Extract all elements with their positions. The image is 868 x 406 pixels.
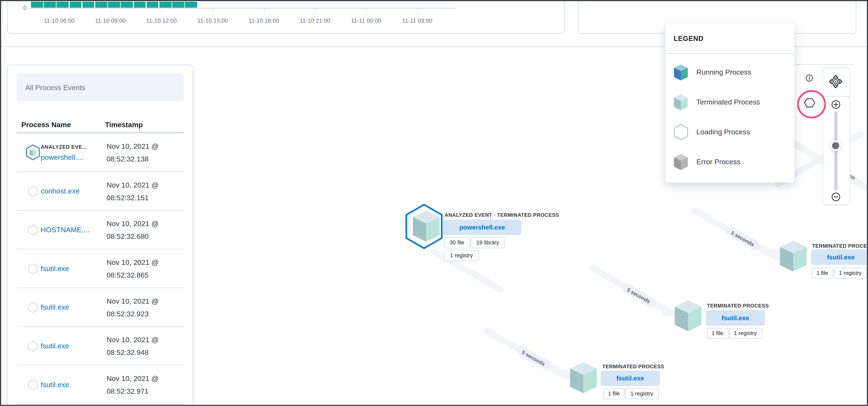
node-kind-label: ANALYZED EVENT · TERMINATED PROCESS [444, 212, 559, 218]
hexagon-outline-icon [28, 263, 37, 276]
column-process-name: Process Name [22, 121, 71, 129]
node-process-pill[interactable]: fsutil.exe [601, 370, 660, 386]
column-timestamp: Timestamp [105, 121, 143, 129]
table-row[interactable]: fsutil.exe Nov 10, 2021 @ 08:52:32.865 [16, 249, 184, 288]
hexagon-outline-icon [28, 186, 37, 199]
process-analyzer-page: on 5 seconds 5 seconds 5 seconds ANALYZE… [0, 0, 868, 406]
process-link[interactable]: conhost.exe [41, 187, 104, 195]
node-process-pill[interactable]: powershell.exe [443, 219, 522, 235]
legend-item-label: Terminated Process [696, 98, 760, 106]
loading-process-hexagon-icon [674, 124, 688, 140]
timestamp-cell: Nov 10, 2021 @ 08:52:32.680 [107, 211, 172, 249]
hexagon-outline-icon [28, 379, 37, 393]
pan-right-icon [840, 79, 842, 84]
process-link[interactable]: fsutil.exe [41, 380, 104, 388]
node-badge[interactable]: 1 file [707, 328, 728, 339]
legend-title: LEGEND [674, 35, 704, 43]
analyzed-event-hexagon-icon [26, 144, 40, 163]
node-badge[interactable]: 1 registry [729, 328, 762, 339]
node-badge[interactable]: 19 library [470, 237, 505, 248]
controls-divider [795, 64, 854, 64]
zoom-out-icon[interactable] [831, 193, 840, 201]
legend-item-error: Error Process [674, 154, 740, 170]
pan-up-icon [833, 75, 838, 78]
node-badge[interactable]: 30 file [444, 237, 470, 248]
process-table: ANALYZED EVE... powershell.... Nov 10, 2… [16, 133, 184, 404]
table-row[interactable]: HOSTNAME.... Nov 10, 2021 @ 08:52:32.680 [16, 211, 184, 249]
node-process-pill[interactable]: fsutil.exe [706, 310, 765, 326]
process-link[interactable]: HOSTNAME.... [41, 226, 104, 234]
edge-duration-label: 5 seconds [724, 225, 762, 252]
process-edge-elbow [767, 249, 780, 255]
pan-left-icon [829, 79, 832, 84]
terminated-process-cube-icon [674, 94, 688, 110]
legend-item-label: Running Process [696, 68, 751, 76]
node-badge[interactable]: 1 file [812, 267, 833, 278]
hexagon-outline-icon [28, 302, 37, 315]
terminated-process-cube-icon[interactable] [569, 362, 598, 396]
edge-duration-label: 5 seconds [620, 282, 658, 309]
running-process-cube-icon [674, 64, 688, 80]
legend-item-loading: Loading Process [674, 124, 750, 140]
node-badge[interactable]: 1 registry [444, 249, 479, 261]
event-filter-value: All Process Events [25, 83, 85, 92]
error-process-cube-icon [674, 154, 688, 170]
node-kind-label: TERMINATED PROCESS [812, 243, 868, 248]
zoom-slider-track[interactable] [834, 111, 837, 191]
table-row[interactable]: ANALYZED EVE... powershell.... Nov 10, 2… [16, 133, 184, 172]
timestamp-cell: Nov 10, 2021 @ 08:52:32.865 [107, 249, 172, 287]
terminated-process-cube-icon [412, 210, 441, 244]
table-row[interactable]: fsutil.exe Nov 10, 2021 @ 08:52:32.948 [16, 327, 184, 366]
pan-control[interactable] [825, 71, 846, 92]
node-badge[interactable]: 1 registry [625, 388, 659, 399]
annotation-circle [797, 90, 826, 118]
timestamp-cell: Nov 10, 2021 @ 08:52:32.138 [107, 133, 172, 171]
table-row[interactable]: fsutil.exe Nov 10, 2021 @ 08:52:32.971 [16, 366, 184, 404]
timestamp-cell: Nov 10, 2021 @ 08:52:32.971 [107, 366, 172, 404]
edge-duration-label: 5 seconds [515, 344, 553, 371]
timestamp-cell: Nov 10, 2021 @ 08:52:32.948 [107, 327, 172, 365]
process-link[interactable]: fsutil.exe [41, 303, 104, 311]
process-link[interactable]: powershell.... [41, 153, 104, 161]
legend-divider [665, 53, 795, 54]
table-row[interactable]: fsutil.exe Nov 10, 2021 @ 08:52:32.923 [16, 288, 184, 327]
process-events-panel: All Process Events Process Name Timestam… [7, 65, 193, 406]
terminated-process-cube-icon[interactable] [779, 240, 808, 274]
terminated-process-cube-icon[interactable] [674, 300, 703, 334]
legend-item-label: Error Process [696, 158, 740, 166]
legend-item-terminated: Terminated Process [674, 94, 760, 110]
node-badge[interactable]: 1 file [603, 388, 625, 399]
analyzed-event-badge: ANALYZED EVE... [41, 143, 104, 149]
process-link[interactable]: fsutil.exe [41, 264, 104, 272]
node-kind-label: TERMINATED PROCESS [602, 364, 664, 369]
hexagon-outline-icon [28, 225, 37, 238]
legend-popover: LEGEND Running Process Terminated Proces… [665, 24, 795, 182]
hexagon-outline-icon [28, 341, 37, 354]
timestamp-cell: Nov 10, 2021 @ 08:52:32.923 [107, 288, 172, 326]
node-badge[interactable]: 1 registry [834, 267, 867, 278]
table-header: Process Name Timestamp [16, 118, 184, 132]
table-row[interactable]: conhost.exe Nov 10, 2021 @ 08:52:32.151 [16, 172, 184, 211]
legend-item-running: Running Process [674, 64, 751, 80]
node-kind-label: TERMINATED PROCESS [707, 303, 769, 308]
process-link[interactable]: fsutil.exe [41, 342, 104, 350]
zoom-in-icon[interactable] [831, 100, 840, 109]
timestamp-cell: Nov 10, 2021 @ 08:52:32.151 [107, 172, 172, 210]
info-icon[interactable] [805, 74, 813, 81]
node-process-pill[interactable]: fsutil.exe [811, 249, 868, 265]
pan-down-icon [833, 86, 838, 88]
legend-item-label: Loading Process [696, 128, 750, 136]
event-filter-select[interactable]: All Process Events [16, 73, 184, 101]
